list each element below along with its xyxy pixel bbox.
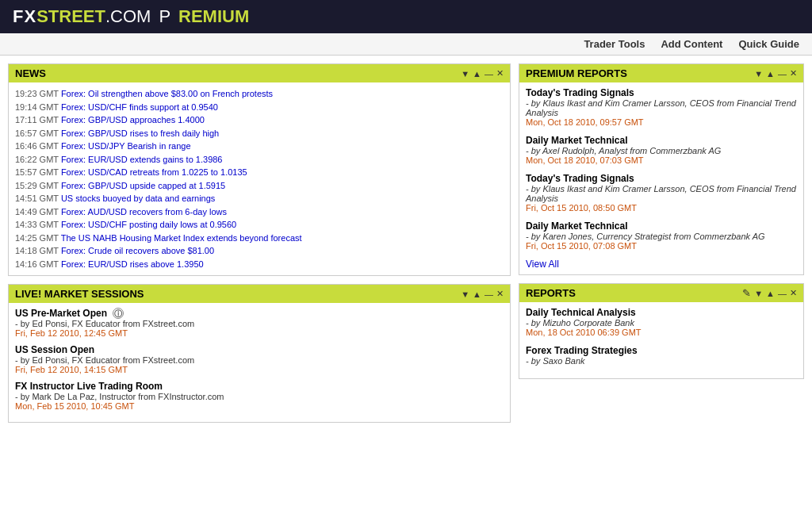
session-by: - by Ed Ponsi, FX Educator from FXstreet…	[15, 319, 504, 328]
session-time: Fri, Feb 12 2010, 14:15 GMT	[15, 365, 504, 374]
report-by: - by Klaus Ikast and Kim Cramer Larsson,…	[526, 184, 797, 203]
premium-reports-title: PREMIUM REPORTS	[526, 67, 627, 79]
report-time: Fri, Oct 15 2010, 07:08 GMT	[526, 241, 797, 251]
news-widget: NEWS ▼ ▲ — ✕ 19:23 GMT Forex: Oil streng…	[8, 63, 511, 276]
left-column: NEWS ▼ ▲ — ✕ 19:23 GMT Forex: Oil streng…	[8, 63, 511, 423]
news-controls: ▼ ▲ — ✕	[461, 68, 504, 79]
news-list-item[interactable]: 14:33 GMT Forex: USD/CHF posting daily l…	[15, 218, 504, 232]
premium-down-arrow[interactable]: ▼	[754, 69, 763, 79]
report-title[interactable]: Daily Technical Analysis	[526, 307, 797, 318]
reports-minimize[interactable]: —	[778, 289, 787, 298]
report-title[interactable]: Today's Trading Signals	[526, 173, 797, 184]
live-sessions-controls: ▼ ▲ — ✕	[461, 289, 504, 299]
session-item: US Pre-Market Open ⓘ - by Ed Ponsi, FX E…	[15, 308, 504, 338]
news-down-arrow[interactable]: ▼	[461, 69, 469, 79]
logo-street: STREET	[36, 6, 105, 27]
report-by: - by Saxo Bank	[526, 356, 797, 366]
session-time: Fri, Feb 12 2010, 12:45 GMT	[15, 328, 504, 338]
session-title[interactable]: US Pre-Market Open ⓘ	[15, 308, 504, 319]
reports-down-arrow[interactable]: ▼	[754, 289, 763, 298]
premium-reports-widget: PREMIUM REPORTS ▼ ▲ — ✕ Today's Trading …	[519, 63, 804, 275]
premium-reports-controls: ▼ ▲ — ✕	[754, 68, 797, 79]
report-title[interactable]: Daily Market Technical	[526, 135, 797, 146]
session-title[interactable]: FX Instructor Live Trading Room	[15, 381, 504, 392]
premium-report-item: Today's Trading Signals - by Klaus Ikast…	[526, 173, 797, 213]
news-list-item[interactable]: 14:49 GMT Forex: AUD/USD recovers from 6…	[15, 205, 504, 219]
live-minimize[interactable]: —	[485, 289, 493, 299]
news-list-item[interactable]: 14:18 GMT Forex: Crude oil recovers abov…	[15, 244, 504, 258]
reports-pencil[interactable]: ✎	[742, 287, 751, 299]
logo-premium: REMIUM	[178, 6, 249, 27]
news-list-item[interactable]: 16:57 GMT Forex: GBP/USD rises to fresh …	[15, 127, 504, 140]
reports-title: REPORTS	[526, 287, 576, 299]
quick-guide-link[interactable]: Quick Guide	[738, 38, 799, 50]
news-list-item[interactable]: 14:16 GMT Forex: EUR/USD rises above 1.3…	[15, 258, 504, 271]
news-list-item[interactable]: 16:46 GMT Forex: USD/JPY Bearish in rang…	[15, 140, 504, 153]
trader-tools-link[interactable]: Trader Tools	[584, 38, 645, 50]
news-list-item[interactable]: 15:29 GMT Forex: GBP/USD upside capped a…	[15, 179, 504, 193]
news-widget-header: NEWS ▼ ▲ — ✕	[9, 64, 510, 82]
reports-widget: REPORTS ✎ ▼ ▲ — ✕ Daily Technical Analys…	[519, 283, 804, 379]
reports-up-arrow[interactable]: ▲	[766, 289, 775, 298]
news-list-item[interactable]: 17:11 GMT Forex: GBP/USD approaches 1.40…	[15, 113, 504, 127]
add-content-link[interactable]: Add Content	[661, 38, 722, 50]
news-minimize[interactable]: —	[485, 69, 493, 79]
live-down-arrow[interactable]: ▼	[461, 289, 469, 299]
report-title[interactable]: Daily Market Technical	[526, 220, 797, 232]
report-title[interactable]: Forex Trading Strategies	[526, 345, 797, 356]
logo-fx: FX	[13, 6, 36, 27]
logo-com: COM	[110, 6, 151, 27]
report-by: - by Mizuho Corporate Bank	[526, 318, 797, 328]
logo-p-letter: P	[159, 6, 170, 27]
report-time: Fri, Oct 15 2010, 08:50 GMT	[526, 203, 797, 213]
live-sessions-title: LIVE! MARKET SESSIONS	[15, 288, 144, 300]
session-title[interactable]: US Session Open	[15, 344, 504, 355]
live-sessions-body: US Pre-Market Open ⓘ - by Ed Ponsi, FX E…	[9, 303, 510, 422]
premium-reports-header: PREMIUM REPORTS ▼ ▲ — ✕	[519, 64, 803, 82]
premium-up-arrow[interactable]: ▲	[766, 69, 775, 79]
logo: FX STREET . COM P REMIUM	[13, 6, 249, 27]
report-time: Mon, Oct 18 2010, 07:03 GMT	[526, 155, 797, 165]
news-list-item[interactable]: 14:25 GMT The US NAHB Housing Market Ind…	[15, 232, 504, 245]
session-item: US Session Open - by Ed Ponsi, FX Educat…	[15, 344, 504, 374]
session-by: - by Ed Ponsi, FX Educator from FXstreet…	[15, 355, 504, 365]
navbar: Trader Tools Add Content Quick Guide	[0, 33, 812, 56]
premium-reports-body: Today's Trading Signals - by Klaus Ikast…	[519, 82, 803, 274]
reports-controls: ✎ ▼ ▲ — ✕	[742, 287, 797, 299]
news-title: NEWS	[15, 67, 46, 79]
live-sessions-header: LIVE! MARKET SESSIONS ▼ ▲ — ✕	[9, 285, 510, 303]
reports-body: Daily Technical Analysis - by Mizuho Cor…	[519, 302, 803, 378]
header: FX STREET . COM P REMIUM	[0, 0, 812, 33]
report-item: Forex Trading Strategies - by Saxo Bank	[526, 345, 797, 366]
live-close[interactable]: ✕	[496, 289, 504, 299]
news-body: 19:23 GMT Forex: Oil strengthen above $8…	[9, 82, 510, 275]
news-close[interactable]: ✕	[496, 68, 504, 79]
report-by: - by Axel Rudolph, Analyst from Commerzb…	[526, 146, 797, 155]
news-list-item[interactable]: 15:57 GMT Forex: USD/CAD retreats from 1…	[15, 166, 504, 179]
report-title[interactable]: Today's Trading Signals	[526, 87, 797, 98]
report-item: Daily Technical Analysis - by Mizuho Cor…	[526, 307, 797, 337]
live-sessions-widget: LIVE! MARKET SESSIONS ▼ ▲ — ✕ US Pre-Mar…	[8, 284, 511, 423]
view-all-link[interactable]: View All	[526, 259, 559, 270]
reports-close[interactable]: ✕	[790, 288, 797, 298]
main-content: NEWS ▼ ▲ — ✕ 19:23 GMT Forex: Oil streng…	[0, 56, 812, 431]
premium-minimize[interactable]: —	[778, 69, 787, 79]
report-by: - by Klaus Ikast and Kim Cramer Larsson,…	[526, 98, 797, 117]
premium-report-item: Daily Market Technical - by Karen Jones,…	[526, 220, 797, 251]
premium-report-item: Today's Trading Signals - by Klaus Ikast…	[526, 87, 797, 127]
info-icon[interactable]: ⓘ	[113, 308, 124, 319]
report-time: Mon, Oct 18 2010, 09:57 GMT	[526, 117, 797, 127]
news-up-arrow[interactable]: ▲	[473, 69, 481, 79]
right-column: PREMIUM REPORTS ▼ ▲ — ✕ Today's Trading …	[519, 63, 804, 423]
session-item: FX Instructor Live Trading Room - by Mar…	[15, 381, 504, 411]
premium-report-item: Daily Market Technical - by Axel Rudolph…	[526, 135, 797, 165]
news-list-item[interactable]: 14:51 GMT US stocks buoyed by data and e…	[15, 192, 504, 205]
live-up-arrow[interactable]: ▲	[473, 289, 481, 299]
news-list-item[interactable]: 19:14 GMT Forex: USD/CHF finds support a…	[15, 101, 504, 114]
session-time: Mon, Feb 15 2010, 10:45 GMT	[15, 401, 504, 411]
news-list-item[interactable]: 19:23 GMT Forex: Oil strengthen above $8…	[15, 87, 504, 101]
news-list-item[interactable]: 16:22 GMT Forex: EUR/USD extends gains t…	[15, 153, 504, 167]
premium-close[interactable]: ✕	[790, 68, 797, 79]
report-by: - by Karen Jones, Currency Strategist fr…	[526, 232, 797, 241]
reports-header: REPORTS ✎ ▼ ▲ — ✕	[519, 284, 803, 302]
